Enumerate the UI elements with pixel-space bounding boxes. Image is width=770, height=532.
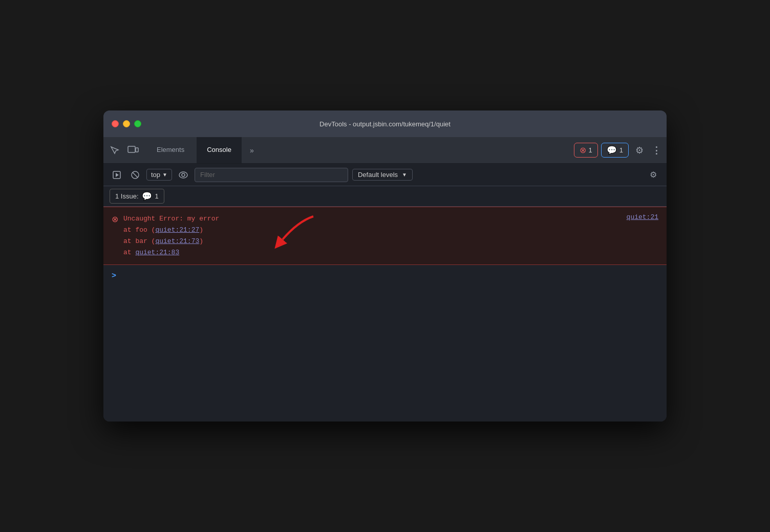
- console-input-row: >: [103, 265, 667, 286]
- console-input[interactable]: [120, 270, 658, 281]
- console-toolbar: top ▼ Default levels ▼ ⚙: [103, 164, 667, 186]
- tab-console[interactable]: Console: [197, 137, 242, 163]
- issues-message-icon: 💬: [142, 191, 152, 201]
- svg-rect-1: [136, 148, 138, 152]
- stack-link-3[interactable]: quiet:21:83: [135, 249, 179, 256]
- issues-badge[interactable]: 1 Issue: 💬 1: [110, 189, 164, 204]
- issues-bar: 1 Issue: 💬 1: [103, 186, 667, 207]
- levels-selector[interactable]: Default levels ▼: [352, 169, 413, 181]
- console-settings-button[interactable]: ⚙: [646, 168, 660, 182]
- stack-line-3: at quiet:21:83: [123, 247, 219, 258]
- run-button[interactable]: [110, 168, 124, 182]
- console-content: ⊗ Uncaught Error: my error at foo (quiet…: [103, 207, 667, 422]
- error-badge-button[interactable]: ⊗ 1: [574, 143, 598, 158]
- context-chevron-icon: ▼: [162, 172, 167, 178]
- error-row: ⊗ Uncaught Error: my error at foo (quiet…: [103, 207, 667, 265]
- stack-link-2[interactable]: quiet:21:73: [155, 237, 199, 245]
- title-bar: DevTools - output.jsbin.com/tukemeq/1/qu…: [103, 110, 667, 137]
- error-main-line: Uncaught Error: my error: [123, 213, 219, 225]
- message-badge-button[interactable]: 💬 1: [601, 143, 629, 158]
- close-button[interactable]: [112, 120, 119, 127]
- devtools-window: DevTools - output.jsbin.com/tukemeq/1/qu…: [103, 110, 667, 422]
- tab-console-label: Console: [207, 146, 231, 153]
- inspect-icon[interactable]: [108, 143, 122, 158]
- context-selector[interactable]: top ▼: [146, 169, 172, 181]
- settings-button[interactable]: ⚙: [632, 143, 647, 158]
- message-badge-count: 1: [619, 146, 623, 154]
- error-icon: ⊗: [112, 214, 118, 224]
- stack-line-2: at bar (quiet:21:73): [123, 236, 219, 247]
- red-arrow-annotation: [267, 211, 329, 254]
- tab-bar-right: ⊗ 1 💬 1 ⚙ ⋮: [574, 137, 662, 163]
- minimize-button[interactable]: [123, 120, 130, 127]
- svg-point-7: [182, 173, 185, 176]
- context-label: top: [151, 171, 160, 179]
- clear-button[interactable]: [128, 168, 142, 182]
- tab-more[interactable]: »: [244, 137, 260, 163]
- message-badge-icon: 💬: [607, 145, 617, 155]
- error-badge-count: 1: [589, 146, 592, 154]
- error-location-link[interactable]: quiet:21: [627, 213, 658, 221]
- svg-marker-3: [116, 173, 119, 177]
- svg-point-6: [179, 172, 187, 178]
- stack-link-1[interactable]: quiet:21:27: [155, 226, 199, 234]
- error-text: Uncaught Error: my error at foo (quiet:2…: [123, 213, 219, 258]
- svg-line-5: [133, 172, 138, 178]
- device-icon[interactable]: [126, 143, 140, 158]
- eye-button[interactable]: [176, 168, 190, 182]
- tab-bar: Elements Console » ⊗ 1 💬 1 ⚙ ⋮: [103, 137, 667, 164]
- more-options-button[interactable]: ⋮: [650, 143, 662, 158]
- window-title: DevTools - output.jsbin.com/tukemeq/1/qu…: [319, 120, 451, 128]
- traffic-lights: [112, 120, 141, 127]
- error-badge-icon: ⊗: [580, 145, 586, 155]
- tab-bar-left: [108, 137, 140, 163]
- levels-label: Default levels: [358, 171, 398, 179]
- stack-line-1: at foo (quiet:21:27): [123, 225, 219, 236]
- issues-count: 1: [155, 192, 159, 200]
- error-content: ⊗ Uncaught Error: my error at foo (quiet…: [112, 213, 616, 258]
- filter-input[interactable]: [195, 168, 348, 182]
- levels-chevron-icon: ▼: [402, 172, 407, 178]
- console-prompt: >: [112, 272, 116, 280]
- maximize-button[interactable]: [134, 120, 141, 127]
- issues-label: 1 Issue:: [115, 192, 139, 200]
- tab-elements[interactable]: Elements: [146, 137, 195, 163]
- svg-rect-0: [128, 146, 135, 152]
- tab-elements-label: Elements: [157, 146, 184, 153]
